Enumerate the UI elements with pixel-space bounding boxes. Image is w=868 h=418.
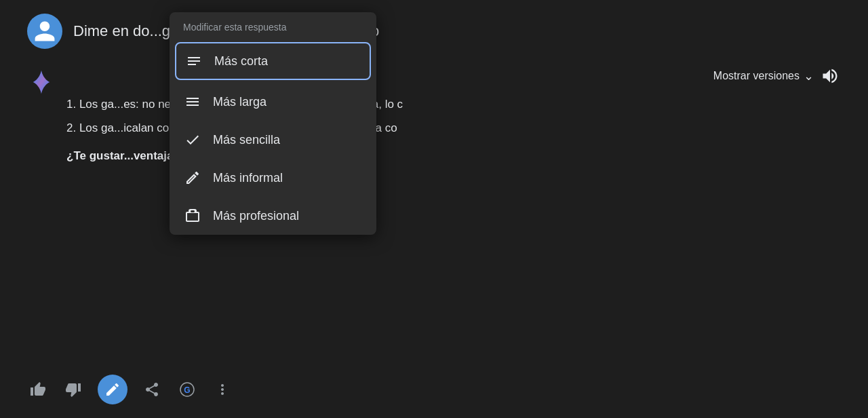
dropdown-item-larga[interactable]: Más larga <box>170 83 376 121</box>
checkmark-icon <box>183 130 202 149</box>
dropdown-item-corta[interactable]: Más corta <box>175 42 371 80</box>
thumbs-up-button[interactable] <box>27 379 49 400</box>
dropdown-item-label-sencilla: Más sencilla <box>213 133 280 147</box>
dropdown-item-sencilla[interactable]: Más sencilla <box>170 121 376 159</box>
dropdown-item-informal[interactable]: Más informal <box>170 159 376 197</box>
dropdown-item-profesional[interactable]: Más profesional <box>170 197 376 235</box>
long-lines-icon <box>183 92 202 111</box>
user-row: Dime en do...gato es mejor que tener un … <box>27 14 841 49</box>
gemini-icon <box>27 68 56 96</box>
dropdown-item-label-informal: Más informal <box>213 171 283 185</box>
google-search-button[interactable]: G <box>176 379 198 400</box>
short-lines-icon <box>184 52 203 71</box>
pen-tilt-icon <box>183 168 202 187</box>
dropdown-menu[interactable]: Modificar esta respuesta Más corta Más l… <box>170 12 376 235</box>
dropdown-title: Modificar esta respuesta <box>170 12 376 39</box>
speaker-button[interactable] <box>819 65 841 87</box>
dropdown-item-label-larga: Más larga <box>213 95 267 109</box>
show-versions-button[interactable]: Mostrar versiones ⌄ <box>713 69 814 83</box>
dropdown-item-label-profesional: Más profesional <box>213 209 299 223</box>
share-button[interactable] <box>141 379 163 400</box>
modify-response-button[interactable] <box>98 375 127 404</box>
ai-response-area: Mostrar versiones ⌄ 1. Los ga...es: no n… <box>27 65 841 166</box>
svg-text:G: G <box>184 385 190 395</box>
chevron-down-icon: ⌄ <box>804 69 814 83</box>
bottom-toolbar: G <box>27 375 233 404</box>
more-options-button[interactable] <box>212 379 233 400</box>
briefcase-icon <box>183 206 202 225</box>
thumbs-down-button[interactable] <box>62 379 84 400</box>
avatar <box>27 14 62 49</box>
dropdown-item-label-corta: Más corta <box>214 54 268 69</box>
